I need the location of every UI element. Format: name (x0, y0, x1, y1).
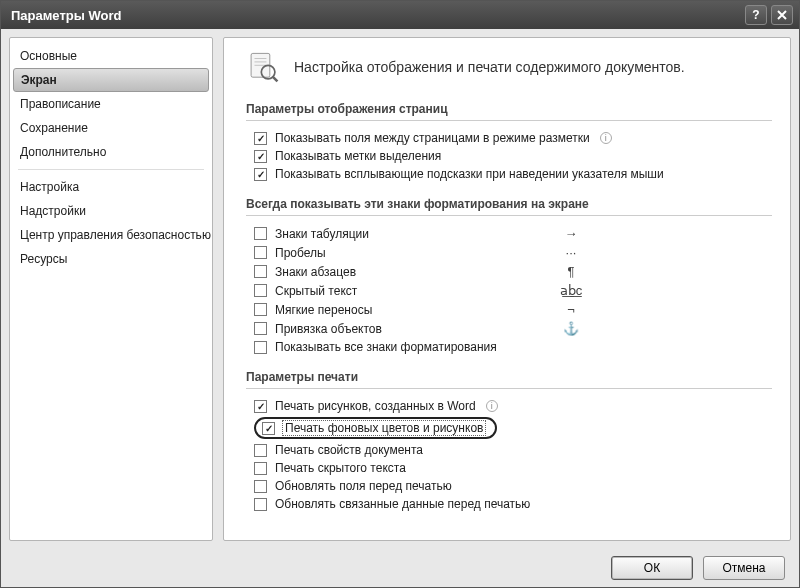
checkbox-label[interactable]: Привязка объектов (275, 322, 382, 336)
sidebar-item-label: Экран (21, 73, 57, 87)
checkbox-label[interactable]: Скрытый текст (275, 284, 357, 298)
checkbox-label[interactable]: Пробелы (275, 246, 326, 260)
checkbox-update-linked[interactable] (254, 498, 267, 511)
format-symbol: → (556, 226, 586, 241)
checkbox-row: Обновлять связанные данные перед печатью (246, 495, 772, 513)
dialog-window: Параметры Word ? Основные Экран Правопис… (0, 0, 800, 588)
checkbox-row: Показывать поля между страницами в режим… (246, 129, 772, 147)
checkbox-row: Обновлять поля перед печатью (246, 477, 772, 495)
help-button[interactable]: ? (745, 5, 767, 25)
checkbox-label[interactable]: Мягкие переносы (275, 303, 372, 317)
titlebar-buttons: ? (745, 5, 793, 25)
checkbox-label[interactable]: Печать фоновых цветов и рисунков (283, 421, 485, 435)
page-heading: Настройка отображения и печати содержимо… (294, 59, 685, 75)
titlebar: Параметры Word ? (1, 1, 799, 29)
checkbox-hidden-text[interactable] (254, 284, 267, 297)
dialog-body: Основные Экран Правописание Сохранение Д… (1, 29, 799, 549)
close-icon (777, 10, 787, 20)
checkbox-show-all[interactable] (254, 341, 267, 354)
checkbox-row: Печать свойств документа (246, 441, 772, 459)
sidebar-item-advanced[interactable]: Дополнительно (10, 140, 212, 164)
sidebar-item-label: Правописание (20, 97, 101, 111)
checkbox-print-background[interactable] (262, 422, 275, 435)
checkbox-row: Показывать метки выделения (246, 147, 772, 165)
sidebar-item-save[interactable]: Сохранение (10, 116, 212, 140)
category-sidebar: Основные Экран Правописание Сохранение Д… (9, 37, 213, 541)
section-page-display: Параметры отображения страниц (246, 98, 772, 121)
checkbox-label[interactable]: Показывать всплывающие подсказки при нав… (275, 167, 664, 181)
checkbox-print-hidden[interactable] (254, 462, 267, 475)
sidebar-item-label: Центр управления безопасностью (20, 228, 211, 242)
checkbox-row: Печать рисунков, созданных в Word i (246, 397, 772, 415)
sidebar-divider (18, 169, 204, 170)
checkbox-row: Мягкие переносы ¬ (246, 300, 586, 319)
checkbox-row: Печать скрытого текста (246, 459, 772, 477)
checkbox-row: Печать фоновых цветов и рисунков (246, 415, 772, 441)
sidebar-item-label: Сохранение (20, 121, 88, 135)
checkbox-print-properties[interactable] (254, 444, 267, 457)
dialog-button-bar: ОК Отмена (1, 549, 799, 587)
content-panel: Настройка отображения и печати содержимо… (223, 37, 791, 541)
checkbox-object-anchors[interactable] (254, 322, 267, 335)
format-symbol: ⚓ (556, 321, 586, 336)
highlighted-option: Печать фоновых цветов и рисунков (254, 417, 497, 439)
ok-button[interactable]: ОК (611, 556, 693, 580)
checkbox-row: Показывать всплывающие подсказки при нав… (246, 165, 772, 183)
format-symbol: a͟b͟c (556, 283, 586, 298)
checkbox-row: Привязка объектов ⚓ (246, 319, 586, 338)
checkbox-row: Показывать все знаки форматирования (246, 338, 586, 356)
checkbox-label[interactable]: Знаки табуляции (275, 227, 369, 241)
checkbox-label[interactable]: Показывать метки выделения (275, 149, 441, 163)
sidebar-item-label: Ресурсы (20, 252, 67, 266)
info-icon[interactable]: i (600, 132, 612, 144)
checkbox-highlighter-marks[interactable] (254, 150, 267, 163)
sidebar-item-trust-center[interactable]: Центр управления безопасностью (10, 223, 212, 247)
checkbox-tooltips[interactable] (254, 168, 267, 181)
sidebar-item-label: Основные (20, 49, 77, 63)
checkbox-label[interactable]: Печать скрытого текста (275, 461, 406, 475)
page-heading-row: Настройка отображения и печати содержимо… (246, 50, 772, 84)
cancel-button[interactable]: Отмена (703, 556, 785, 580)
checkbox-row: Знаки абзацев ¶ (246, 262, 586, 281)
sidebar-item-proofing[interactable]: Правописание (10, 92, 212, 116)
checkbox-label[interactable]: Показывать все знаки форматирования (275, 340, 497, 354)
checkbox-update-fields[interactable] (254, 480, 267, 493)
display-options-icon (246, 50, 280, 84)
checkbox-row: Знаки табуляции → (246, 224, 586, 243)
svg-line-5 (272, 76, 277, 81)
sidebar-item-general[interactable]: Основные (10, 44, 212, 68)
checkbox-label[interactable]: Показывать поля между страницами в режим… (275, 131, 590, 145)
checkbox-row: Скрытый текст a͟b͟c (246, 281, 586, 300)
checkbox-paragraph-marks[interactable] (254, 265, 267, 278)
window-title: Параметры Word (11, 8, 121, 23)
sidebar-item-addins[interactable]: Надстройки (10, 199, 212, 223)
checkbox-show-whitespace[interactable] (254, 132, 267, 145)
checkbox-tab-chars[interactable] (254, 227, 267, 240)
sidebar-item-resources[interactable]: Ресурсы (10, 247, 212, 271)
format-symbol: ¶ (556, 264, 586, 279)
checkbox-label[interactable]: Знаки абзацев (275, 265, 356, 279)
section-printing: Параметры печати (246, 366, 772, 389)
section-formatting-marks: Всегда показывать эти знаки форматирован… (246, 193, 772, 216)
checkbox-spaces[interactable] (254, 246, 267, 259)
checkbox-print-drawings[interactable] (254, 400, 267, 413)
checkbox-label[interactable]: Обновлять связанные данные перед печатью (275, 497, 530, 511)
checkbox-label[interactable]: Печать свойств документа (275, 443, 423, 457)
sidebar-item-label: Дополнительно (20, 145, 106, 159)
sidebar-item-display[interactable]: Экран (13, 68, 209, 92)
info-icon[interactable]: i (486, 400, 498, 412)
checkbox-optional-hyphens[interactable] (254, 303, 267, 316)
sidebar-item-label: Надстройки (20, 204, 86, 218)
checkbox-label[interactable]: Печать рисунков, созданных в Word (275, 399, 476, 413)
sidebar-item-customize[interactable]: Настройка (10, 175, 212, 199)
format-symbol: ··· (556, 245, 586, 260)
checkbox-row: Пробелы ··· (246, 243, 586, 262)
format-symbol: ¬ (556, 302, 586, 317)
checkbox-label[interactable]: Обновлять поля перед печатью (275, 479, 452, 493)
sidebar-item-label: Настройка (20, 180, 79, 194)
close-button[interactable] (771, 5, 793, 25)
